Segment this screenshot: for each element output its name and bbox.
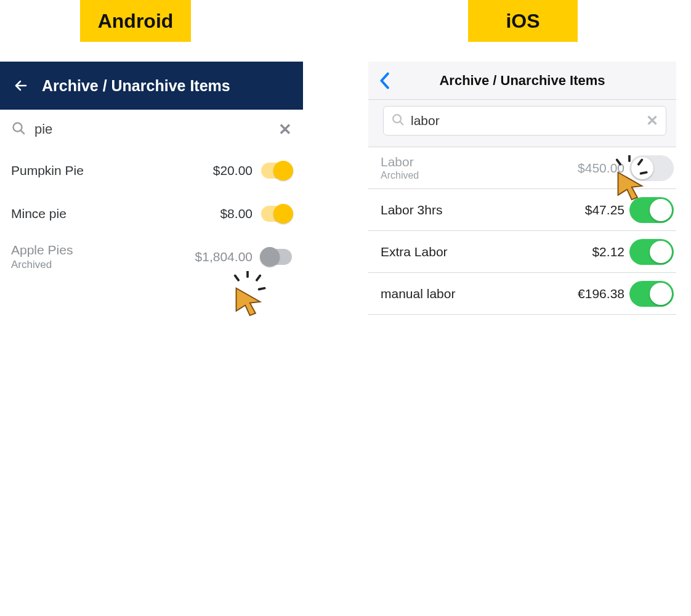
android-search-bar: ✕ (0, 110, 303, 149)
search-icon (391, 113, 405, 129)
platform-badge-label: iOS (506, 10, 539, 33)
item-price: €196.38 (578, 286, 624, 301)
list-item: Labor 3hrs $47.25 (368, 189, 676, 231)
search-input[interactable] (34, 121, 278, 137)
archive-toggle[interactable] (261, 206, 292, 222)
svg-line-2 (21, 131, 24, 134)
ios-search-area: ✕ (368, 100, 676, 147)
ios-item-list: Labor Archived $450.00 Labor 3hrs $47.25… (368, 147, 676, 315)
back-arrow-icon (14, 78, 28, 93)
ios-header: Archive / Unarchive Items (368, 62, 676, 100)
page-title: Archive / Unarchive Items (374, 73, 670, 89)
list-item: Apple Pies Archived $1,804.00 (11, 235, 292, 278)
item-name: Extra Labor (381, 245, 592, 259)
android-item-list: Pumpkin Pie $20.00 Mince pie $8.00 Apple… (0, 149, 303, 278)
item-name: manual labor (381, 286, 578, 301)
item-price: $20.00 (213, 163, 253, 178)
svg-line-8 (400, 122, 403, 125)
item-name: Pumpkin Pie (11, 163, 213, 178)
item-price: $8.00 (220, 206, 253, 221)
list-item: manual labor €196.38 (368, 273, 676, 315)
item-price: $47.25 (585, 203, 624, 217)
archive-toggle[interactable] (261, 163, 292, 179)
back-button[interactable] (12, 77, 30, 94)
ios-search-bar: ✕ (383, 106, 666, 136)
item-price: $1,804.00 (195, 249, 253, 264)
archive-toggle[interactable] (629, 155, 674, 181)
search-input[interactable] (411, 113, 646, 128)
android-header: Archive / Unarchive Items (0, 62, 303, 110)
item-name: Mince pie (11, 206, 220, 221)
ios-phone: Archive / Unarchive Items ✕ Labor Archiv… (368, 62, 676, 616)
page-title: Archive / Unarchive Items (42, 77, 230, 95)
item-price: $2.12 (592, 245, 624, 259)
clear-search-button[interactable]: ✕ (646, 112, 658, 129)
list-item: Labor Archived $450.00 (368, 147, 676, 189)
archive-toggle[interactable] (629, 197, 674, 223)
item-price: $450.00 (578, 161, 624, 176)
platform-badge-android: Android (80, 0, 191, 42)
platform-badge-label: Android (98, 10, 174, 33)
platform-badge-ios: iOS (468, 0, 578, 42)
item-status-label: Archived (381, 170, 578, 181)
list-item: Mince pie $8.00 (11, 192, 292, 235)
item-name: Labor (381, 155, 578, 169)
archive-toggle[interactable] (261, 249, 292, 265)
list-item: Pumpkin Pie $20.00 (11, 149, 292, 192)
item-status-label: Archived (11, 259, 195, 271)
clear-search-button[interactable]: ✕ (278, 120, 292, 139)
list-item: Extra Labor $2.12 (368, 231, 676, 273)
archive-toggle[interactable] (629, 281, 674, 307)
item-name: Apple Pies (11, 243, 195, 257)
item-name: Labor 3hrs (381, 203, 585, 217)
android-phone: Archive / Unarchive Items ✕ Pumpkin Pie … (0, 62, 303, 616)
search-icon (11, 121, 26, 138)
archive-toggle[interactable] (629, 239, 674, 265)
